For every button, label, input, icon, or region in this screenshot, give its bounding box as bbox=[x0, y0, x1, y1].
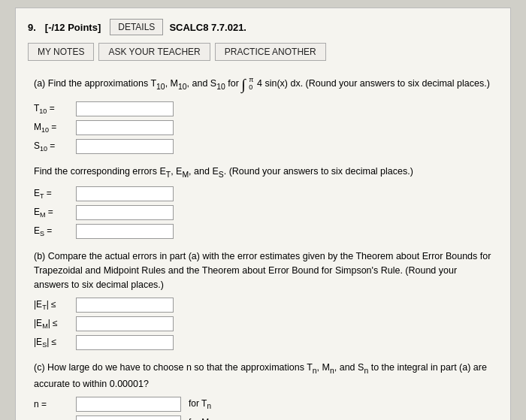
ntn-label: n = bbox=[34, 399, 73, 409]
em-input[interactable] bbox=[76, 205, 174, 220]
bet-row: |ET| ≤ bbox=[34, 298, 492, 313]
part-b-instruction: (b) Compare the actual errors in part (a… bbox=[34, 249, 492, 292]
nmn-suffix: for Mn bbox=[189, 417, 213, 420]
part-c-instruction: (c) How large do we have to choose n so … bbox=[34, 361, 492, 391]
part-a-section: (a) Find the approximations T10, M10, an… bbox=[34, 73, 492, 154]
m10-input[interactable] bbox=[76, 120, 174, 135]
integrand: 4 sin(x) dx. (Round your answers to six … bbox=[257, 78, 490, 89]
integral-lower: 0 bbox=[249, 84, 252, 92]
errors-section: Find the corresponding errors ET, EM, an… bbox=[34, 165, 492, 239]
bes-input[interactable] bbox=[76, 335, 174, 350]
nmn-input[interactable] bbox=[76, 415, 181, 420]
problem-number: 9. bbox=[28, 22, 36, 33]
es-input[interactable] bbox=[76, 224, 174, 239]
content-area: (a) Find the approximations T10, M10, an… bbox=[28, 71, 498, 420]
details-button[interactable]: DETAILS bbox=[110, 19, 163, 35]
scalc-label: SCALC8 7.7.021. bbox=[169, 22, 246, 33]
es-row: ES = bbox=[34, 224, 492, 239]
et-input[interactable] bbox=[76, 186, 174, 201]
et-row: ET = bbox=[34, 186, 492, 201]
m10-label: M10 = bbox=[34, 122, 73, 134]
page-container: 9. [-/12 Points] DETAILS SCALC8 7.7.021.… bbox=[15, 8, 511, 420]
integral-symbol: ∫ bbox=[241, 76, 245, 92]
bet-input[interactable] bbox=[76, 298, 174, 313]
top-bar: 9. [-/12 Points] DETAILS SCALC8 7.7.021. bbox=[28, 19, 498, 35]
integral-bounds: π 0 bbox=[249, 77, 253, 92]
bem-label: |EM| ≤ bbox=[34, 318, 73, 330]
bes-row: |ES| ≤ bbox=[34, 335, 492, 350]
ntn-input[interactable] bbox=[76, 397, 181, 412]
bet-label: |ET| ≤ bbox=[34, 299, 73, 311]
action-bar: MY NOTES ASK YOUR TEACHER PRACTICE ANOTH… bbox=[28, 43, 498, 61]
s10-label: S10 = bbox=[34, 141, 73, 153]
s10-input[interactable] bbox=[76, 139, 174, 154]
bem-input[interactable] bbox=[76, 316, 174, 331]
part-a-text: (a) Find the approximations T10, M10, an… bbox=[34, 78, 241, 89]
t10-row: T10 = bbox=[34, 101, 492, 116]
t10-input[interactable] bbox=[76, 101, 174, 116]
practice-another-button[interactable]: PRACTICE ANOTHER bbox=[215, 43, 326, 61]
em-label: EM = bbox=[34, 207, 73, 219]
part-b-section: (b) Compare the actual errors in part (a… bbox=[34, 249, 492, 350]
s10-row: S10 = bbox=[34, 139, 492, 154]
part-a-instruction: (a) Find the approximations T10, M10, an… bbox=[34, 73, 492, 95]
part-c-section: (c) How large do we have to choose n so … bbox=[34, 361, 492, 420]
nmn-row: n = for Mn bbox=[34, 415, 492, 420]
bes-label: |ES| ≤ bbox=[34, 337, 73, 349]
problem-points: [-/12 Points] bbox=[45, 22, 101, 33]
ntn-row: n = for Tn bbox=[34, 397, 492, 412]
my-notes-button[interactable]: MY NOTES bbox=[28, 43, 94, 61]
t10-label: T10 = bbox=[34, 103, 73, 115]
errors-instruction: Find the corresponding errors ET, EM, an… bbox=[34, 165, 492, 180]
em-row: EM = bbox=[34, 205, 492, 220]
m10-row: M10 = bbox=[34, 120, 492, 135]
bem-row: |EM| ≤ bbox=[34, 316, 492, 331]
es-label: ES = bbox=[34, 225, 73, 237]
et-label: ET = bbox=[34, 188, 73, 200]
ask-teacher-button[interactable]: ASK YOUR TEACHER bbox=[98, 43, 210, 61]
ntn-suffix: for Tn bbox=[189, 398, 211, 410]
